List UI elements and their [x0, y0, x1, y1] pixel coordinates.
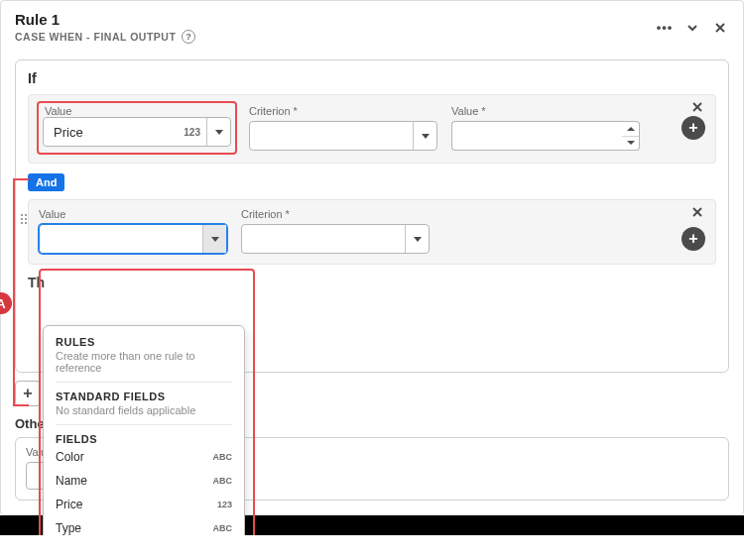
dropdown-option[interactable]: Name ABC	[56, 469, 232, 493]
add-condition-button[interactable]: +	[682, 227, 705, 251]
dropdown-option[interactable]: Type ABC	[56, 516, 232, 535]
option-label: Type	[56, 521, 81, 535]
then-label: Th	[28, 275, 716, 290]
value-input[interactable]	[451, 121, 622, 151]
option-label: Price	[56, 498, 82, 511]
rule-subtitle: CASE WHEN - FINAL OUTPUT	[15, 31, 176, 43]
step-up-icon[interactable]	[622, 122, 639, 137]
criterion-select[interactable]	[241, 224, 430, 254]
option-type-badge: 123	[217, 500, 232, 509]
value-group-highlight: Value Price 123	[39, 103, 235, 153]
value-select-open[interactable]	[39, 224, 227, 254]
help-icon[interactable]: ?	[182, 30, 195, 44]
value-type-badge: 123	[184, 127, 200, 138]
and-operator-button[interactable]: And	[28, 173, 64, 191]
option-label: Name	[56, 474, 87, 488]
chevron-down-icon[interactable]	[413, 122, 436, 150]
remove-condition-icon[interactable]	[691, 206, 705, 220]
dropdown-section-fields: FIELDS	[56, 433, 232, 445]
value-select-text: Price	[54, 125, 184, 140]
close-icon[interactable]	[711, 19, 729, 37]
chevron-down-icon[interactable]	[206, 118, 230, 146]
step-down-icon[interactable]	[622, 137, 639, 151]
panel-header: Rule 1 CASE WHEN - FINAL OUTPUT ? •••	[1, 1, 743, 50]
drag-handle-icon[interactable]	[21, 214, 31, 224]
value-stepper[interactable]	[622, 121, 640, 151]
chevron-down-icon[interactable]	[683, 19, 701, 37]
criterion-label: Criterion *	[249, 105, 437, 117]
value-label: Value	[39, 208, 227, 220]
chevron-down-icon[interactable]	[405, 225, 429, 253]
option-type-badge: ABC	[213, 476, 233, 486]
dropdown-section-rules: RULES	[56, 336, 232, 348]
panel-body: A If Value Price 123	[1, 50, 743, 514]
rule-subtitle-row: CASE WHEN - FINAL OUTPUT ?	[15, 30, 195, 44]
option-type-badge: ABC	[213, 523, 233, 533]
condition-row-1: Value Price 123 Criterion *	[28, 94, 716, 164]
criterion-select[interactable]	[249, 121, 437, 151]
remove-condition-icon[interactable]	[691, 101, 705, 115]
option-type-badge: ABC	[213, 452, 233, 462]
value-label: Value	[45, 105, 71, 117]
dropdown-section-standard: STANDARD FIELDS	[56, 391, 232, 402]
condition-row-2: Value Criterion * +	[28, 199, 716, 265]
dropdown-option[interactable]: Price 123	[56, 493, 232, 516]
dropdown-option[interactable]: Color ABC	[56, 445, 232, 469]
value-dropdown-panel: RULES Create more than one rule to refer…	[43, 325, 245, 535]
chevron-down-icon[interactable]	[202, 225, 226, 253]
annotation-marker-a: A	[0, 292, 12, 314]
dropdown-rules-sub: Create more than one rule to reference	[56, 350, 232, 383]
criterion-label: Criterion *	[241, 208, 430, 220]
if-label: If	[28, 70, 716, 86]
rule-title: Rule 1	[15, 11, 195, 28]
rule-panel: Rule 1 CASE WHEN - FINAL OUTPUT ? ••• A …	[0, 0, 744, 515]
add-condition-button[interactable]: +	[682, 116, 705, 140]
add-rule-button[interactable]: +	[15, 381, 41, 406]
more-icon[interactable]: •••	[656, 19, 674, 37]
value-select[interactable]: Price 123	[43, 117, 231, 147]
dropdown-standard-sub: No standard fields applicable	[56, 404, 232, 425]
option-label: Color	[56, 450, 84, 464]
value2-label: Value *	[451, 105, 640, 117]
